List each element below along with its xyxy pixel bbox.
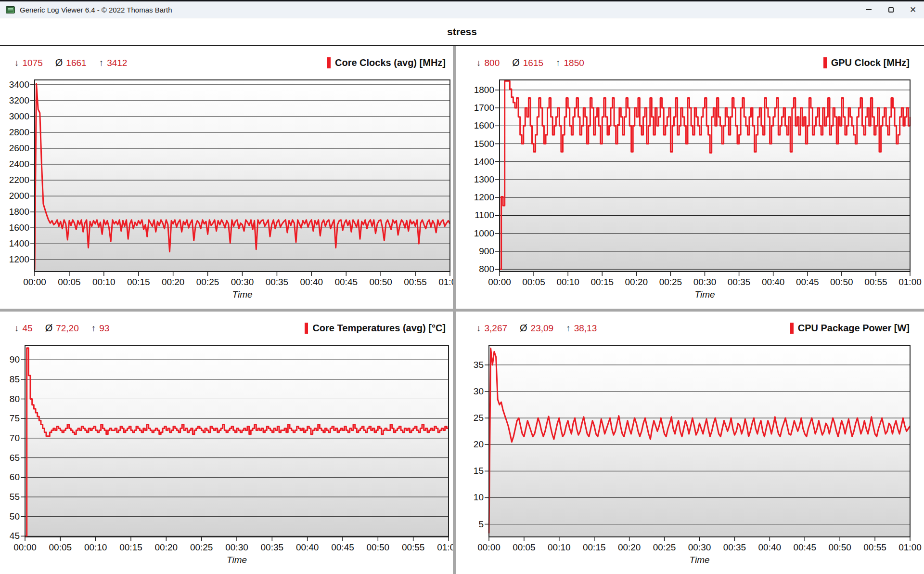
x-axis-tick-label: 00:00	[23, 277, 46, 287]
x-axis-title: Time	[232, 289, 252, 300]
chart-grid: ↓ 1075 Ø 1661 ↑ 3412 Core Clocks (avg) […	[0, 46, 924, 574]
plot-cpu-package-power: 353025201510500:0000:0500:1000:1500:2000…	[456, 312, 924, 574]
x-axis-tick-label: 00:55	[863, 542, 886, 553]
window-controls: ✕	[858, 1, 924, 18]
panel-cpu-package-power: ↓ 3,267 Ø 23,09 ↑ 38,13 CPU Package Powe…	[456, 312, 924, 574]
y-axis-tick-label: 1200	[456, 192, 494, 203]
minimize-icon	[866, 9, 872, 10]
x-axis-tick-label: 00:55	[404, 277, 427, 287]
x-axis-tick-label: 00:35	[723, 542, 746, 553]
x-axis-tick-label: 00:25	[196, 277, 219, 287]
y-axis-tick-label: 1600	[456, 120, 494, 131]
x-axis-tick-label: 00:20	[618, 542, 641, 553]
x-axis-tick-label: 01:00	[898, 277, 922, 287]
y-axis-tick-label: 5	[456, 519, 484, 530]
chart-plot-area	[25, 345, 449, 537]
panel-core-clocks: ↓ 1075 Ø 1661 ↑ 3412 Core Clocks (avg) […	[0, 46, 453, 309]
x-axis-tick-label: 00:40	[300, 277, 323, 287]
y-axis-tick-label: 1800	[456, 85, 494, 95]
x-axis-tick-label: 00:30	[693, 277, 717, 287]
window-titlebar: Generic Log Viewer 6.4 - © 2022 Thomas B…	[0, 0, 924, 18]
y-axis-tick-label: 10	[456, 492, 484, 503]
panel-core-temperatures: ↓ 45 Ø 72,20 ↑ 93 Core Temperatures (avg…	[0, 312, 453, 574]
x-axis-tick-label: 00:30	[688, 542, 711, 553]
y-axis-tick-label: 75	[0, 413, 20, 424]
y-axis-tick-label: 1500	[456, 139, 494, 149]
x-axis-tick-label: 00:05	[513, 542, 536, 553]
x-axis-tick-label: 00:10	[84, 542, 107, 553]
y-axis-tick-label: 15	[456, 466, 484, 476]
y-axis-tick-label: 1100	[456, 210, 494, 221]
x-axis-tick-label: 00:45	[334, 277, 358, 287]
y-axis-tick-label: 1700	[456, 103, 494, 113]
x-axis-tick-label: 00:00	[477, 542, 500, 553]
y-axis-tick-label: 1400	[0, 238, 29, 249]
x-axis-tick-label: 00:25	[653, 542, 676, 553]
x-axis-tick-label: 00:35	[261, 542, 284, 553]
x-axis-tick-label: 00:45	[331, 542, 354, 553]
x-axis-tick-label: 00:15	[119, 542, 142, 553]
x-axis-tick-label: 00:20	[155, 542, 178, 553]
x-axis-tick-label: 00:25	[190, 542, 213, 553]
x-axis-tick-label: 01:00	[437, 542, 453, 553]
y-axis-tick-label: 2400	[0, 159, 29, 170]
y-axis-tick-label: 50	[0, 511, 20, 522]
y-axis-tick-label: 2600	[0, 143, 29, 154]
x-axis-tick-label: 00:10	[548, 542, 571, 553]
x-axis-tick-label: 00:50	[369, 277, 392, 287]
y-axis-tick-label: 1000	[456, 228, 494, 239]
x-axis-tick-label: 00:45	[793, 542, 816, 553]
x-axis-tick-label: 00:30	[225, 542, 248, 553]
x-axis-tick-label: 00:50	[367, 542, 390, 553]
x-axis-tick-label: 01:00	[438, 277, 453, 287]
x-axis-tick-label: 00:40	[296, 542, 319, 553]
x-axis-tick-label: 00:05	[58, 277, 81, 287]
x-axis-tick-label: 00:10	[92, 277, 116, 287]
close-button[interactable]: ✕	[902, 1, 924, 18]
app-logo-icon[interactable]	[6, 6, 15, 13]
x-axis-tick-label: 00:05	[522, 277, 545, 287]
y-axis-tick-label: 1600	[0, 222, 29, 233]
x-axis-tick-label: 00:00	[13, 542, 37, 553]
x-axis-tick-label: 00:50	[830, 277, 853, 287]
y-axis-tick-label: 1200	[0, 254, 29, 265]
y-axis-tick-label: 20	[456, 439, 484, 450]
y-axis-tick-label: 1800	[0, 207, 29, 217]
x-axis-title: Time	[227, 555, 247, 565]
x-axis-tick-label: 00:35	[266, 277, 289, 287]
x-axis-title: Time	[694, 289, 715, 300]
y-axis-tick-label: 80	[0, 394, 20, 404]
y-axis-tick-label: 2000	[0, 191, 29, 201]
x-axis-tick-label: 00:40	[758, 542, 782, 553]
y-axis-tick-label: 25	[456, 413, 484, 423]
plot-core-temperatures: 9085807570656055504500:0000:0500:1000:15…	[0, 312, 453, 574]
y-axis-tick-label: 3200	[0, 95, 29, 106]
x-axis-tick-label: 00:55	[864, 277, 887, 287]
page-header: stress	[0, 18, 924, 45]
x-axis-tick-label: 00:30	[231, 277, 254, 287]
y-axis-tick-label: 65	[0, 453, 20, 463]
y-axis-tick-label: 60	[0, 472, 20, 483]
log-title: stress	[447, 26, 477, 38]
y-axis-tick-label: 1400	[456, 157, 494, 167]
x-axis-title: Time	[689, 555, 709, 565]
y-axis-tick-label: 35	[456, 360, 484, 370]
minimize-button[interactable]	[858, 1, 880, 18]
x-axis-tick-label: 00:40	[762, 277, 785, 287]
y-axis-tick-label: 900	[456, 246, 494, 257]
x-axis-tick-label: 00:20	[162, 277, 185, 287]
y-axis-tick-label: 800	[456, 264, 494, 274]
plot-gpu-clock: 1800170016001500140013001200110010009008…	[456, 46, 924, 309]
y-axis-tick-label: 3000	[0, 111, 29, 122]
x-axis-tick-label: 00:15	[583, 542, 606, 553]
x-axis-tick-label: 00:50	[828, 542, 851, 553]
maximize-button[interactable]	[880, 1, 902, 18]
x-axis-tick-label: 00:15	[127, 277, 150, 287]
y-axis-tick-label: 85	[0, 374, 20, 385]
y-axis-tick-label: 2200	[0, 175, 29, 185]
x-axis-tick-label: 00:15	[590, 277, 614, 287]
chart-plot-area	[35, 80, 450, 272]
window-title: Generic Log Viewer 6.4 - © 2022 Thomas B…	[20, 6, 172, 14]
x-axis-tick-label: 00:20	[625, 277, 648, 287]
x-axis-tick-label: 00:45	[796, 277, 819, 287]
